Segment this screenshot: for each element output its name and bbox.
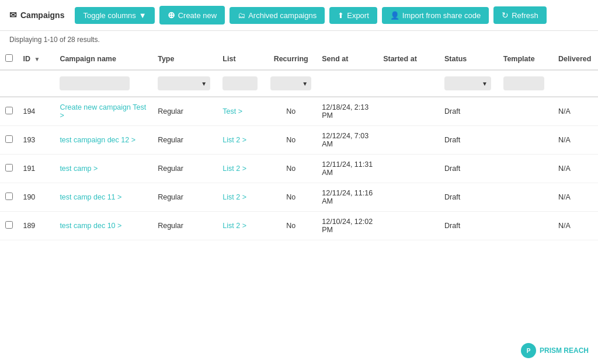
row-checkbox-cell[interactable]: [0, 212, 18, 240]
row-status: Draft: [440, 212, 499, 240]
logo-area: ✉ Campaigns: [9, 10, 64, 20]
row-checkbox-cell[interactable]: [0, 126, 18, 155]
chevron-down-icon: ▼: [139, 11, 147, 20]
create-new-label: Create new: [178, 11, 217, 20]
row-delivered: N/A: [554, 155, 598, 183]
import-from-share-code-button[interactable]: 👤 Import from share code: [382, 7, 489, 24]
select-all-checkbox[interactable]: [5, 54, 13, 62]
table-row: 190 test camp dec 11 > Regular List 2 > …: [0, 183, 598, 212]
list-column-header: List: [218, 48, 265, 70]
row-campaign-name[interactable]: test camp >: [55, 155, 153, 183]
table-row: 191 test camp > Regular List 2 > No 12/1…: [0, 155, 598, 183]
campaign-name-column-header: Campaign name: [55, 48, 153, 70]
row-list[interactable]: List 2 >: [218, 212, 265, 240]
row-checkbox[interactable]: [5, 107, 13, 114]
row-id: 189: [18, 212, 55, 240]
archived-campaigns-label: Archived campaigns: [248, 11, 317, 20]
export-label: Export: [347, 11, 369, 20]
row-checkbox[interactable]: [5, 192, 13, 200]
campaign-name-link[interactable]: test camp >: [60, 164, 98, 173]
row-status: Draft: [440, 155, 499, 183]
select-all-checkbox-header[interactable]: [0, 48, 18, 70]
delivered-column-header: Delivered: [554, 48, 598, 70]
list-link[interactable]: Test >: [222, 107, 242, 116]
row-template: [499, 183, 554, 212]
table-row: 194 Create new campaign Test > Regular T…: [0, 97, 598, 126]
brand-name: PRISM REACH: [540, 346, 589, 355]
row-checkbox[interactable]: [5, 135, 13, 143]
toolbar: Toggle columns ▼ ⊕ Create new 🗂 Archived…: [75, 6, 546, 24]
refresh-button[interactable]: ↻ Refresh: [493, 6, 547, 24]
row-delivered: N/A: [554, 183, 598, 212]
row-campaign-name[interactable]: test camp dec 10 >: [55, 212, 153, 240]
import-icon: 👤: [390, 11, 399, 20]
status-filter-select[interactable]: [444, 76, 491, 90]
table-row: 193 test campaign dec 12 > Regular List …: [0, 126, 598, 155]
template-filter-input[interactable]: [503, 76, 544, 90]
row-status: Draft: [440, 126, 499, 155]
plus-icon: ⊕: [168, 10, 175, 20]
toggle-columns-label: Toggle columns: [83, 11, 135, 20]
recurring-column-header: Recurring: [265, 48, 317, 70]
row-list[interactable]: List 2 >: [218, 155, 265, 183]
row-campaign-name[interactable]: Create new campaign Test >: [55, 97, 153, 126]
campaign-name-link[interactable]: test campaign dec 12 >: [60, 136, 135, 144]
refresh-label: Refresh: [512, 11, 538, 20]
row-type: Regular: [153, 212, 218, 240]
type-filter-select[interactable]: [158, 76, 210, 90]
row-send-at: 12/11/24, 11:16 AM: [317, 183, 378, 212]
row-type: Regular: [153, 183, 218, 212]
campaign-name-link[interactable]: test camp dec 11 >: [60, 193, 121, 201]
row-campaign-name[interactable]: test camp dec 11 >: [55, 183, 153, 212]
export-button[interactable]: ⬆ Export: [329, 7, 377, 24]
toggle-columns-button[interactable]: Toggle columns ▼: [75, 7, 154, 24]
row-recurring: No: [265, 97, 317, 126]
row-checkbox[interactable]: [5, 164, 13, 172]
campaign-name-link[interactable]: test camp dec 10 >: [60, 222, 121, 230]
row-id: 190: [18, 183, 55, 212]
archived-campaigns-button[interactable]: 🗂 Archived campaigns: [230, 7, 325, 24]
row-started-at: [378, 126, 440, 155]
list-link[interactable]: List 2 >: [222, 136, 246, 144]
row-list[interactable]: List 2 >: [218, 126, 265, 155]
row-template: [499, 126, 554, 155]
row-checkbox-cell[interactable]: [0, 155, 18, 183]
started-at-column-header: Started at: [378, 48, 440, 70]
campaign-name-link[interactable]: Create new campaign Test >: [60, 103, 146, 120]
create-new-button[interactable]: ⊕ Create new: [159, 6, 225, 24]
row-type: Regular: [153, 126, 218, 155]
row-send-at: 12/12/24, 7:03 AM: [317, 126, 378, 155]
top-bar: ✉ Campaigns Toggle columns ▼ ⊕ Create ne…: [0, 0, 598, 31]
archive-icon: 🗂: [238, 11, 245, 20]
row-status: Draft: [440, 97, 499, 126]
row-started-at: [378, 97, 440, 126]
list-link[interactable]: List 2 >: [222, 222, 246, 230]
campaign-name-filter-input[interactable]: [60, 76, 130, 90]
row-recurring: No: [265, 126, 317, 155]
row-checkbox[interactable]: [5, 221, 13, 229]
list-link[interactable]: List 2 >: [222, 164, 246, 173]
id-column-header[interactable]: ID ▼: [18, 48, 55, 70]
row-checkbox-cell[interactable]: [0, 97, 18, 126]
row-id: 193: [18, 126, 55, 155]
row-checkbox-cell[interactable]: [0, 183, 18, 212]
row-list[interactable]: Test >: [218, 97, 265, 126]
row-send-at: 12/11/24, 11:31 AM: [317, 155, 378, 183]
footer-brand: P PRISM REACH: [521, 343, 589, 358]
row-template: [499, 212, 554, 240]
row-recurring: No: [265, 183, 317, 212]
row-type: Regular: [153, 97, 218, 126]
mail-icon: ✉: [9, 10, 17, 20]
row-delivered: N/A: [554, 97, 598, 126]
list-link[interactable]: List 2 >: [222, 193, 246, 201]
table-row: 189 test camp dec 10 > Regular List 2 > …: [0, 212, 598, 240]
row-started-at: [378, 155, 440, 183]
export-icon: ⬆: [338, 11, 344, 20]
recurring-filter-select[interactable]: [270, 76, 311, 90]
app-title: Campaigns: [20, 10, 64, 20]
row-campaign-name[interactable]: test campaign dec 12 >: [55, 126, 153, 155]
row-list[interactable]: List 2 >: [218, 183, 265, 212]
refresh-icon: ↻: [502, 10, 509, 20]
list-filter-input[interactable]: [222, 76, 258, 90]
import-label: Import from share code: [402, 11, 481, 20]
